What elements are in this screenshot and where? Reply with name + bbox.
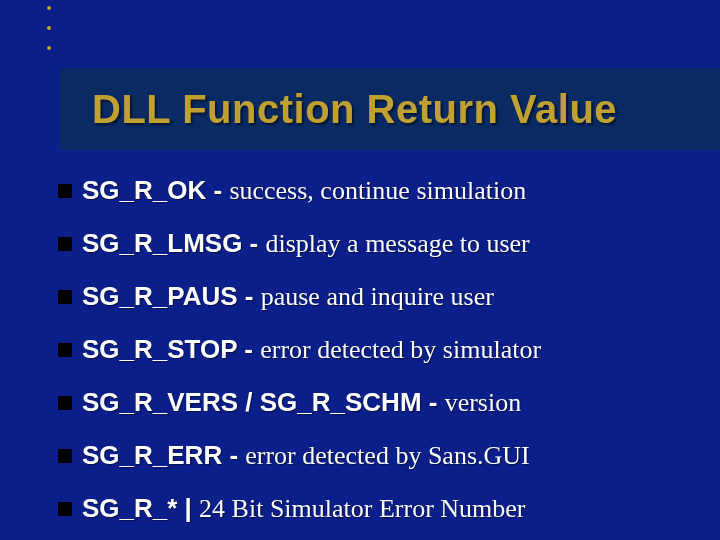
item-desc: pause and inquire user [261, 282, 494, 311]
item-desc: error detected by simulator [260, 335, 541, 364]
return-value-list: SG_R_OK - success, continue simulation S… [58, 175, 700, 540]
item-code: SG_R_* | [82, 493, 199, 523]
item-code: SG_R_OK - [82, 175, 229, 205]
dot-icon [47, 46, 51, 50]
title-band: DLL Function Return Value [60, 68, 720, 150]
item-desc: success, continue simulation [229, 176, 526, 205]
list-item: SG_R_OK - success, continue simulation [58, 175, 700, 206]
slide-title: DLL Function Return Value [92, 87, 617, 132]
list-item: SG_R_PAUS - pause and inquire user [58, 281, 700, 312]
decorative-dots [47, 6, 51, 66]
item-code: SG_R_LMSG - [82, 228, 265, 258]
item-desc: version [445, 388, 522, 417]
list-item: SG_R_STOP - error detected by simulator [58, 334, 700, 365]
list-item: SG_R_VERS / SG_R_SCHM - version [58, 387, 700, 418]
item-code: SG_R_VERS / SG_R_SCHM - [82, 387, 445, 417]
bullet-icon [58, 184, 72, 198]
dot-icon [47, 26, 51, 30]
bullet-icon [58, 237, 72, 251]
bullet-icon [58, 343, 72, 357]
bullet-icon [58, 290, 72, 304]
item-code: SG_R_ERR - [82, 440, 245, 470]
list-item: SG_R_* | 24 Bit Simulator Error Number [58, 493, 700, 524]
item-desc: 24 Bit Simulator Error Number [199, 494, 525, 523]
item-code: SG_R_PAUS - [82, 281, 261, 311]
item-desc: error detected by Sans.GUI [245, 441, 529, 470]
bullet-icon [58, 396, 72, 410]
list-item: SG_R_LMSG - display a message to user [58, 228, 700, 259]
dot-icon [47, 6, 51, 10]
bullet-icon [58, 502, 72, 516]
bullet-icon [58, 449, 72, 463]
item-desc: display a message to user [265, 229, 529, 258]
list-item: SG_R_ERR - error detected by Sans.GUI [58, 440, 700, 471]
item-code: SG_R_STOP - [82, 334, 260, 364]
